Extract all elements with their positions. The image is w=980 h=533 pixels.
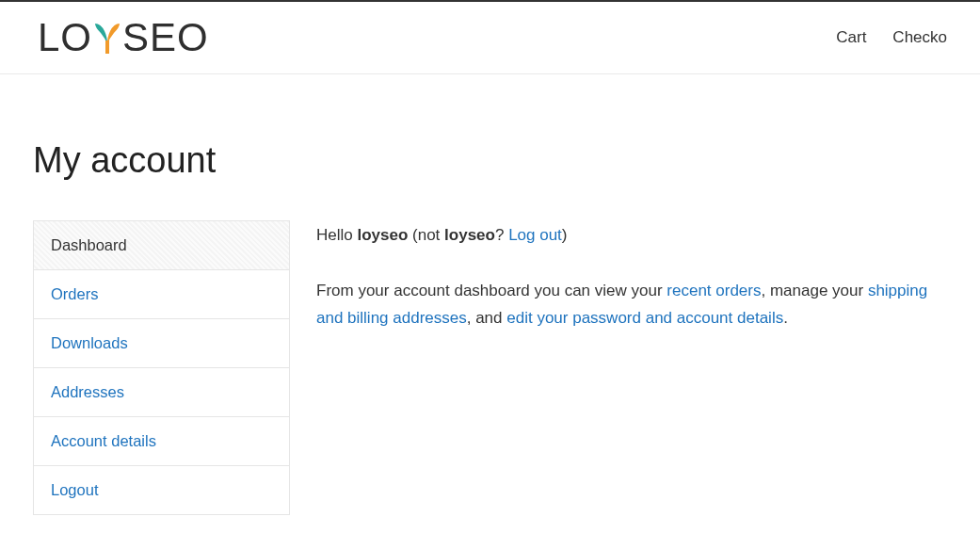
body-p2: , manage your [761,282,867,299]
body-p3: , and [467,309,507,327]
site-logo[interactable]: LO SEO [38,15,209,60]
logout-link[interactable]: Log out [508,226,562,244]
header-nav: Cart Checko [836,28,947,47]
page-title: My account [33,140,947,181]
logo-text: LO SEO [38,15,209,60]
nav-checkout[interactable]: Checko [892,28,947,47]
svg-rect-0 [105,40,109,54]
greeting-username2: loyseo [444,226,495,244]
logo-left: LO [38,15,92,60]
sidebar-item-orders[interactable]: Orders [34,270,289,319]
dashboard-description: From your account dashboard you can view… [316,278,947,332]
nav-cart[interactable]: Cart [836,28,866,47]
sidebar-item-downloads[interactable]: Downloads [34,319,289,368]
dashboard-content: Hello loyseo (not loyseo? Log out) From … [316,220,947,515]
body-p1: From your account dashboard you can view… [316,282,667,299]
greeting-not-prefix: (not [408,226,444,244]
edit-details-link[interactable]: edit your password and account details [506,309,783,327]
sidebar-item-addresses[interactable]: Addresses [34,368,289,417]
sidebar-item-dashboard[interactable]: Dashboard [34,221,289,270]
logo-y-icon [90,20,124,56]
sidebar-item-logout[interactable]: Logout [34,466,289,514]
greeting-line: Hello loyseo (not loyseo? Log out) [316,222,947,250]
logo-right: SEO [122,15,209,60]
greeting-username: loyseo [357,226,408,244]
recent-orders-link[interactable]: recent orders [667,282,761,299]
account-nav-sidebar: Dashboard Orders Downloads Addresses Acc… [33,220,290,515]
sidebar-item-account-details[interactable]: Account details [34,417,289,466]
main-content: My account Dashboard Orders Downloads Ad… [0,74,980,515]
greeting-not-suffix: ? [495,226,508,244]
content-wrap: Dashboard Orders Downloads Addresses Acc… [33,220,947,515]
site-header: LO SEO Cart Checko [0,2,980,74]
greeting-hello: Hello [316,226,357,244]
greeting-close: ) [562,226,568,244]
body-p4: . [783,309,788,327]
